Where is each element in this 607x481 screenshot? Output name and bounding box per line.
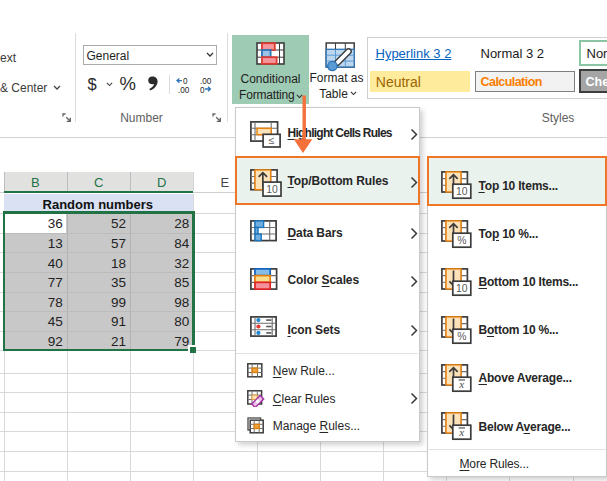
svg-text:10: 10 — [266, 184, 278, 195]
svg-text:≤: ≤ — [269, 135, 275, 146]
svg-text:%: % — [458, 331, 467, 342]
svg-text:10: 10 — [456, 283, 468, 294]
svg-text:%: % — [458, 234, 467, 245]
svg-text:10: 10 — [456, 185, 468, 196]
